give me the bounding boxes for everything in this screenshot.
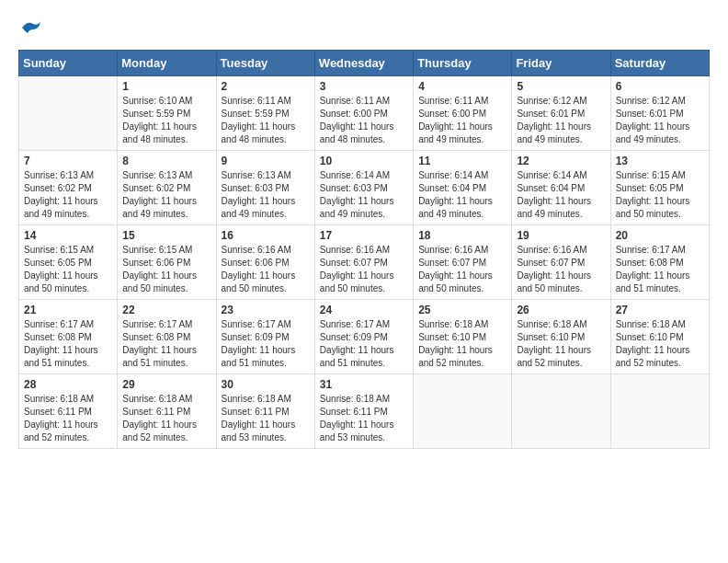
sunrise-label: Sunrise: 6:11 AM	[320, 96, 390, 106]
sunset-label: Sunset: 6:06 PM	[222, 258, 290, 268]
sunset-label: Sunset: 6:04 PM	[418, 183, 486, 193]
day-info: Sunrise: 6:18 AM Sunset: 6:10 PM Dayligh…	[418, 318, 506, 370]
calendar-week-3: 14 Sunrise: 6:15 AM Sunset: 6:05 PM Dayl…	[19, 225, 710, 300]
day-number: 25	[418, 304, 506, 316]
sunrise-label: Sunrise: 6:14 AM	[517, 170, 586, 180]
day-number: 8	[122, 155, 210, 167]
sunset-label: Sunset: 6:11 PM	[222, 407, 290, 417]
sunset-label: Sunset: 5:59 PM	[222, 109, 290, 119]
daylight-label: Daylight: 11 hours and 50 minutes.	[616, 196, 690, 219]
day-info: Sunrise: 6:17 AM Sunset: 6:09 PM Dayligh…	[222, 318, 310, 370]
day-info: Sunrise: 6:18 AM Sunset: 6:10 PM Dayligh…	[517, 318, 605, 370]
daylight-label: Daylight: 11 hours and 53 minutes.	[320, 419, 394, 442]
daylight-label: Daylight: 11 hours and 48 minutes.	[320, 121, 394, 144]
sunrise-label: Sunrise: 6:16 AM	[517, 245, 586, 255]
sunrise-label: Sunrise: 6:13 AM	[122, 170, 192, 180]
calendar-cell	[610, 374, 709, 449]
daylight-label: Daylight: 11 hours and 50 minutes.	[222, 270, 296, 293]
day-number: 6	[616, 80, 704, 93]
day-number: 30	[222, 378, 310, 391]
day-number: 17	[320, 229, 408, 242]
calendar-cell: 24 Sunrise: 6:17 AM Sunset: 6:09 PM Dayl…	[314, 300, 413, 374]
day-info: Sunrise: 6:15 AM Sunset: 6:06 PM Dayligh…	[122, 244, 210, 295]
calendar-cell: 1 Sunrise: 6:10 AM Sunset: 5:59 PM Dayli…	[118, 76, 216, 151]
day-info: Sunrise: 6:14 AM Sunset: 6:04 PM Dayligh…	[418, 169, 506, 221]
sunrise-label: Sunrise: 6:16 AM	[418, 245, 488, 255]
sunrise-label: Sunrise: 6:17 AM	[616, 245, 686, 255]
sunset-label: Sunset: 6:10 PM	[418, 332, 486, 342]
sunrise-label: Sunrise: 6:14 AM	[320, 170, 390, 180]
calendar-cell: 28 Sunrise: 6:18 AM Sunset: 6:11 PM Dayl…	[19, 374, 118, 449]
calendar-cell: 22 Sunrise: 6:17 AM Sunset: 6:08 PM Dayl…	[118, 300, 216, 374]
calendar-cell	[19, 76, 118, 151]
daylight-label: Daylight: 11 hours and 51 minutes.	[616, 270, 690, 293]
calendar-cell: 20 Sunrise: 6:17 AM Sunset: 6:08 PM Dayl…	[610, 225, 709, 300]
calendar-cell: 10 Sunrise: 6:14 AM Sunset: 6:03 PM Dayl…	[314, 151, 413, 225]
sunset-label: Sunset: 6:05 PM	[24, 258, 92, 268]
day-info: Sunrise: 6:13 AM Sunset: 6:02 PM Dayligh…	[122, 169, 210, 221]
day-number: 11	[418, 155, 506, 167]
sunset-label: Sunset: 6:04 PM	[517, 183, 585, 193]
sunset-label: Sunset: 6:07 PM	[418, 258, 486, 268]
calendar-cell	[512, 374, 610, 449]
calendar-cell: 2 Sunrise: 6:11 AM Sunset: 5:59 PM Dayli…	[216, 76, 314, 151]
sunrise-label: Sunrise: 6:11 AM	[418, 96, 488, 106]
sunset-label: Sunset: 6:02 PM	[122, 183, 190, 193]
daylight-label: Daylight: 11 hours and 52 minutes.	[418, 345, 493, 368]
daylight-label: Daylight: 11 hours and 52 minutes.	[616, 345, 690, 368]
sunrise-label: Sunrise: 6:18 AM	[616, 319, 686, 329]
day-number: 18	[418, 229, 506, 242]
day-info: Sunrise: 6:12 AM Sunset: 6:01 PM Dayligh…	[517, 95, 605, 146]
calendar-cell: 11 Sunrise: 6:14 AM Sunset: 6:04 PM Dayl…	[414, 151, 512, 225]
day-number: 29	[122, 378, 210, 391]
day-info: Sunrise: 6:12 AM Sunset: 6:01 PM Dayligh…	[616, 95, 704, 146]
daylight-label: Daylight: 11 hours and 51 minutes.	[320, 345, 394, 368]
day-number: 13	[616, 155, 704, 167]
sunrise-label: Sunrise: 6:15 AM	[24, 245, 94, 255]
calendar-cell: 16 Sunrise: 6:16 AM Sunset: 6:06 PM Dayl…	[216, 225, 314, 300]
day-number: 27	[616, 304, 704, 316]
sunrise-label: Sunrise: 6:15 AM	[122, 245, 192, 255]
sunset-label: Sunset: 6:10 PM	[517, 332, 585, 342]
day-number: 26	[517, 304, 605, 316]
daylight-label: Daylight: 11 hours and 51 minutes.	[222, 345, 296, 368]
daylight-label: Daylight: 11 hours and 51 minutes.	[122, 345, 197, 368]
day-number: 5	[517, 80, 605, 93]
day-number: 24	[320, 304, 408, 316]
weekday-friday: Friday	[512, 51, 610, 76]
sunrise-label: Sunrise: 6:15 AM	[616, 170, 686, 180]
day-info: Sunrise: 6:13 AM Sunset: 6:02 PM Dayligh…	[24, 169, 112, 221]
day-info: Sunrise: 6:17 AM Sunset: 6:08 PM Dayligh…	[616, 244, 704, 295]
calendar-week-5: 28 Sunrise: 6:18 AM Sunset: 6:11 PM Dayl…	[19, 374, 710, 449]
sunrise-label: Sunrise: 6:12 AM	[616, 96, 686, 106]
day-number: 22	[122, 304, 210, 316]
day-number: 21	[24, 304, 112, 316]
day-number: 7	[24, 155, 112, 167]
weekday-thursday: Thursday	[414, 51, 512, 76]
daylight-label: Daylight: 11 hours and 52 minutes.	[122, 419, 197, 442]
daylight-label: Daylight: 11 hours and 49 minutes.	[418, 121, 493, 144]
sunset-label: Sunset: 6:03 PM	[320, 183, 388, 193]
day-info: Sunrise: 6:11 AM Sunset: 6:00 PM Dayligh…	[418, 95, 506, 146]
daylight-label: Daylight: 11 hours and 48 minutes.	[222, 121, 296, 144]
day-number: 12	[517, 155, 605, 167]
daylight-label: Daylight: 11 hours and 52 minutes.	[24, 419, 98, 442]
sunset-label: Sunset: 6:09 PM	[320, 332, 388, 342]
daylight-label: Daylight: 11 hours and 49 minutes.	[222, 196, 296, 219]
day-number: 23	[222, 304, 310, 316]
day-info: Sunrise: 6:16 AM Sunset: 6:06 PM Dayligh…	[222, 244, 310, 295]
daylight-label: Daylight: 11 hours and 49 minutes.	[418, 196, 493, 219]
sunrise-label: Sunrise: 6:17 AM	[24, 319, 94, 329]
sunrise-label: Sunrise: 6:13 AM	[24, 170, 94, 180]
day-info: Sunrise: 6:18 AM Sunset: 6:11 PM Dayligh…	[24, 393, 112, 444]
day-number: 4	[418, 80, 506, 93]
day-info: Sunrise: 6:16 AM Sunset: 6:07 PM Dayligh…	[320, 244, 408, 295]
day-info: Sunrise: 6:17 AM Sunset: 6:08 PM Dayligh…	[24, 318, 112, 370]
sunrise-label: Sunrise: 6:18 AM	[320, 394, 390, 404]
calendar-week-4: 21 Sunrise: 6:17 AM Sunset: 6:08 PM Dayl…	[19, 300, 710, 374]
day-number: 20	[616, 229, 704, 242]
calendar-header: SundayMondayTuesdayWednesdayThursdayFrid…	[19, 51, 710, 76]
sunset-label: Sunset: 6:08 PM	[616, 258, 684, 268]
calendar-cell: 21 Sunrise: 6:17 AM Sunset: 6:08 PM Dayl…	[19, 300, 118, 374]
daylight-label: Daylight: 11 hours and 49 minutes.	[517, 196, 591, 219]
